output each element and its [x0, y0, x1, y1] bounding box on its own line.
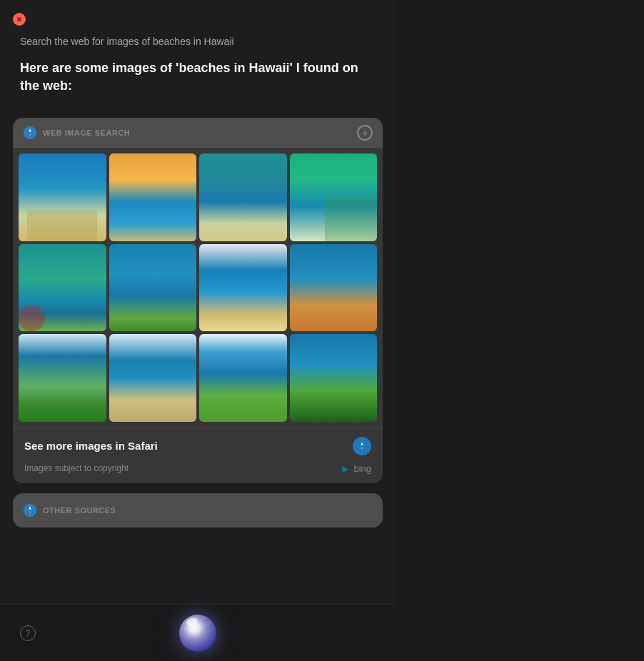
image-cell[interactable]	[109, 334, 197, 422]
image-cell[interactable]	[290, 244, 378, 332]
svg-marker-6	[361, 442, 363, 445]
card-header: WEB IMAGE SEARCH +	[13, 118, 383, 148]
image-cell[interactable]	[109, 153, 197, 241]
image-cell[interactable]	[19, 244, 106, 332]
result-heading: Here are some images of 'beaches in Hawa…	[20, 59, 376, 95]
safari-icon	[23, 126, 37, 140]
bing-label: bing	[353, 463, 371, 474]
other-sources-header: OTHER SOURCES	[13, 493, 383, 528]
main-content: WEB IMAGE SEARCH +	[0, 118, 396, 604]
query-text: Search the web for images of beaches in …	[20, 34, 376, 49]
safari-circle-icon	[353, 437, 371, 455]
help-button[interactable]: ?	[20, 625, 36, 641]
close-button[interactable]	[13, 13, 26, 26]
plus-button[interactable]: +	[357, 125, 373, 141]
other-sources-title: OTHER SOURCES	[43, 506, 116, 515]
siri-window: Search the web for images of beaches in …	[0, 0, 396, 661]
see-more-text: See more images in Safari	[24, 440, 158, 452]
image-cell[interactable]	[19, 334, 106, 422]
web-image-search-card: WEB IMAGE SEARCH +	[13, 118, 383, 483]
image-cell[interactable]	[290, 334, 378, 422]
safari-icon-sm	[356, 440, 368, 452]
bing-logo: ► bing	[341, 463, 371, 475]
card-footer: See more images in Safari Images subject…	[13, 428, 383, 483]
image-cell[interactable]	[199, 153, 287, 241]
card-title: WEB IMAGE SEARCH	[43, 128, 130, 137]
image-cell[interactable]	[19, 153, 106, 241]
header-area: Search the web for images of beaches in …	[0, 0, 396, 118]
image-cell[interactable]	[290, 153, 378, 241]
svg-marker-7	[361, 447, 363, 450]
see-more-row[interactable]: See more images in Safari	[24, 437, 371, 455]
copyright-row: Images subject to copyright ► bing	[24, 463, 371, 475]
card-header-left: WEB IMAGE SEARCH	[23, 126, 130, 140]
image-cell[interactable]	[199, 244, 287, 332]
image-cell[interactable]	[199, 334, 287, 422]
siri-orb[interactable]	[179, 615, 216, 652]
bottom-bar: ?	[0, 604, 396, 661]
bing-icon-b: ►	[341, 463, 351, 475]
image-cell[interactable]	[109, 244, 197, 332]
copyright-text: Images subject to copyright	[24, 463, 129, 473]
image-grid	[13, 148, 383, 428]
safari-icon-other	[23, 503, 37, 518]
other-sources-card: OTHER SOURCES	[13, 493, 383, 528]
